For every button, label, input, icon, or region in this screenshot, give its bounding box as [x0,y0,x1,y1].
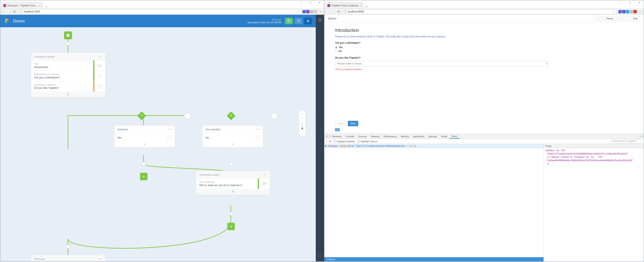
ext-4[interactable] [314,10,317,13]
devtools-breadcrumb[interactable]: Collector [324,257,544,262]
connector-handle[interactable] [66,245,70,248]
ext-5[interactable] [634,10,637,13]
start-button[interactable]: Start [594,16,603,21]
cluster-row-radio[interactable]: Radiobuttons (2 options) Are you a devel… [31,71,105,81]
close-button[interactable]: ✕ [635,0,644,5]
highlight-search-checkbox[interactable]: Highlight Search [357,140,378,143]
chrome-menu-button[interactable]: ⋮ [638,10,642,14]
cluster-header[interactable]: Unnamed cluster ••• [196,171,270,178]
disclosure-triangle-icon[interactable]: ▶ [325,144,327,147]
browser-tab[interactable]: form.json – Tripetto Form… × [2,2,43,8]
branch-header[interactable]: Satisfied ••• [114,126,175,133]
forward-button[interactable]: → [331,10,335,14]
maximize-button[interactable]: ☐ [306,0,315,5]
branch-add-button[interactable]: + [114,142,175,147]
cluster-row-title[interactable]: Title Introduction Aᴀ [31,60,105,71]
terminal-node[interactable] [140,173,148,180]
branch-row[interactable]: Yes [114,133,175,142]
branch-node[interactable] [227,112,236,120]
edit-button[interactable] [304,18,312,24]
connector-handle[interactable] [229,212,233,216]
address-input[interactable]: i localhost:3333 ☆ [18,9,301,14]
dropdown-select[interactable]: Please make a choice... ▾ [335,61,549,66]
branch-card-not-satisfied[interactable]: Not satisfied ••• No + [202,126,263,147]
ext-2[interactable]: s [622,10,626,13]
branch-add-button[interactable]: + [202,142,263,147]
branch-menu-icon[interactable]: ••• [256,128,260,131]
cluster-card[interactable]: Message ••• [31,255,106,262]
highlight-updates-checkbox[interactable]: Highlight Updates [334,140,355,143]
bookmark-icon[interactable]: ☆ [296,10,299,13]
minimize-button[interactable]: — [616,0,626,5]
inspect-icon[interactable]: ◫ [326,135,328,138]
tab-memory[interactable]: Memory [399,134,411,139]
branch-card-satisfied[interactable]: Satisfied ••• Yes + [114,126,175,147]
zoom-track[interactable] [302,122,303,130]
canvas[interactable]: Unnamed cluster ••• Title Introduction A… [0,27,316,262]
connector-handle[interactable] [66,42,70,46]
zoom-left-button[interactable]: ← [301,116,304,121]
tab-elements[interactable]: Elements [330,134,344,139]
radio-option-no[interactable]: No [335,50,644,52]
branch-header[interactable]: Not satisfied ••• [202,126,263,133]
branch-node[interactable] [137,112,146,120]
tab-network[interactable]: Network [369,134,382,139]
ext-4[interactable] [630,10,633,13]
new-tab-button[interactable]: ▱ [44,4,48,8]
add-row-button[interactable]: + [31,92,105,97]
pause-button[interactable]: Pause [604,16,615,21]
connector-handle[interactable] [229,162,233,166]
chrome-menu-button[interactable]: ⋮ [319,10,322,14]
reload-button[interactable]: ⟳ [337,10,340,14]
tab-security[interactable]: Security [426,134,439,139]
devtools-menu-icon[interactable]: ⋮ [637,135,640,138]
cluster-menu-icon[interactable]: ••• [98,55,102,58]
back-button[interactable]: ← [2,10,6,14]
select-element-icon[interactable]: ⌖ [326,140,327,143]
cluster-row-dropdown[interactable]: Dropdown (2 options) Do you like Tripett… [31,81,105,92]
cluster-menu-icon[interactable]: ••• [263,173,267,176]
branch-placeholder[interactable] [183,112,192,120]
site-info-icon[interactable]: i [344,10,346,13]
close-icon[interactable]: × [360,4,361,7]
radio-option-yes[interactable]: Yes [335,46,644,49]
stop-button[interactable]: Stop [631,16,640,21]
tab-react[interactable]: React [450,134,460,139]
ext-1[interactable] [618,10,622,13]
browser-tab[interactable]: Tripetto Forms Collector × [326,2,363,8]
reload-button[interactable]: ⟳ [13,10,16,14]
zoom-thumb[interactable] [302,128,303,129]
back-button[interactable]: ← [326,10,330,14]
ext-1[interactable] [302,10,306,13]
close-icon[interactable]: × [39,4,41,7]
ext-3[interactable] [626,10,629,13]
ext-2[interactable]: s [306,10,310,13]
site-info-icon[interactable]: i [20,10,22,13]
bookmark-icon[interactable]: ☆ [612,10,615,13]
search-input[interactable]: Search (text or /regex/) [611,140,642,143]
start-node[interactable] [64,32,72,39]
tab-sources[interactable]: Sources [356,134,369,139]
save-button[interactable] [285,18,293,24]
branch-row[interactable]: No [202,133,263,142]
back-button[interactable]: Back [335,121,346,126]
zoom-out-button[interactable]: − [302,131,303,135]
next-button[interactable]: Next [348,121,358,126]
branch-menu-icon[interactable]: ••• [168,128,172,131]
cluster-header[interactable]: Unnamed cluster ••• [31,53,105,60]
tab-application[interactable]: Application [411,134,427,139]
undo-button[interactable] [294,18,302,24]
minimize-button[interactable]: — [296,0,306,5]
cluster-row-text[interactable]: Text (multi-line) Tell us what we can do… [196,178,270,189]
power-icon[interactable] [318,18,322,22]
devtools-close-icon[interactable]: ✕ [641,135,642,138]
settings-icon[interactable]: ⚙ [329,140,331,143]
cluster-card[interactable]: Unnamed cluster ••• Text (multi-line) Te… [196,171,270,195]
close-button[interactable]: ✕ [315,0,324,5]
zoom-in-button[interactable]: + [302,112,303,116]
tree-row-collector[interactable]: ▶ <Collector definition={"Id": "53a271f7… [324,144,544,148]
address-input[interactable]: i localhost:9000 ☆ [342,9,617,14]
connector-handle[interactable] [142,162,146,166]
add-row-button[interactable]: + [196,189,270,195]
cluster-header[interactable]: Message ••• [31,255,105,262]
